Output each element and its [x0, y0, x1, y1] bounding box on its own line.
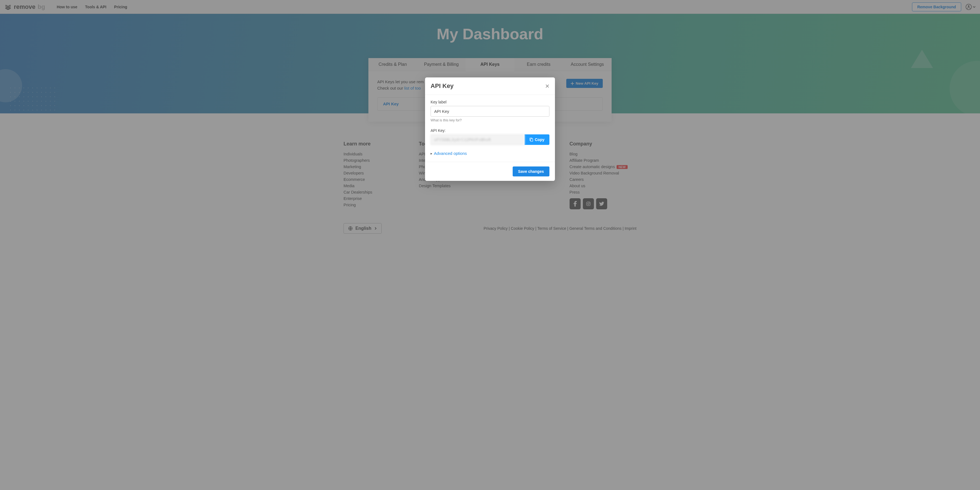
api-key-input-group: oFY5DBL3ydrC12PkVFxBhxR Copy: [431, 134, 549, 145]
key-label-input[interactable]: [431, 106, 549, 117]
close-icon[interactable]: ×: [545, 82, 549, 89]
modal-body: Key label What is this key for? API Key:…: [425, 95, 555, 162]
key-label-field-label: Key label: [431, 100, 549, 104]
modal-overlay: API Key × Key label What is this key for…: [0, 0, 980, 490]
copy-label: Copy: [535, 137, 544, 142]
copy-icon: [530, 138, 533, 142]
modal-title: API Key: [431, 82, 453, 89]
save-changes-button[interactable]: Save changes: [513, 166, 549, 176]
advanced-options-toggle[interactable]: Advanced options: [431, 151, 467, 156]
copy-button[interactable]: Copy: [525, 134, 549, 145]
advanced-options-label: Advanced options: [434, 151, 467, 156]
modal-footer: Save changes: [425, 162, 555, 181]
modal-header: API Key ×: [425, 77, 555, 95]
api-key-field-label: API Key:: [431, 128, 549, 133]
api-key-modal: API Key × Key label What is this key for…: [425, 77, 555, 181]
key-label-help: What is this key for?: [431, 118, 549, 122]
api-key-masked-value: oFY5DBL3ydrC12PkVFxBhxR: [431, 134, 525, 145]
svg-rect-7: [531, 139, 533, 142]
